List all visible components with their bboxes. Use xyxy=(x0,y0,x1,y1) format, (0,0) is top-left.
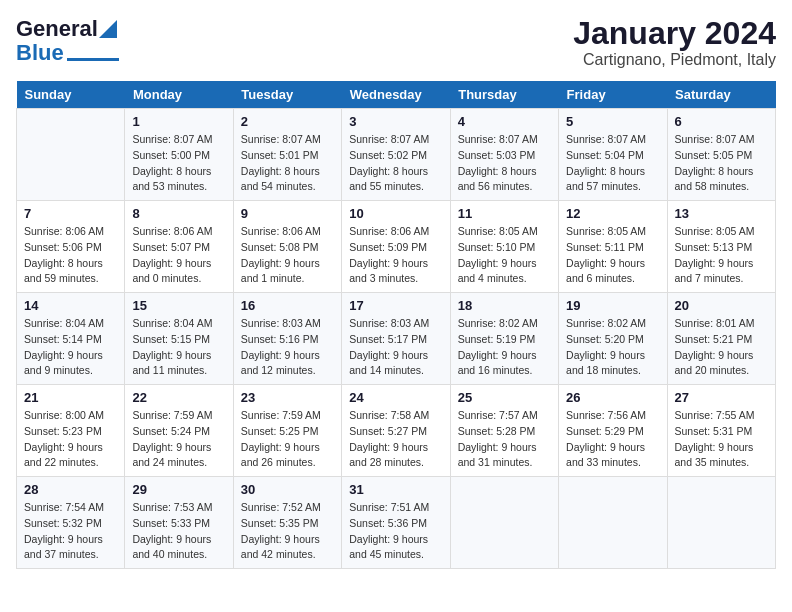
day-info-line: Sunset: 5:02 PM xyxy=(349,148,442,164)
day-info-line: Daylight: 9 hours xyxy=(24,348,117,364)
day-info-line: Sunset: 5:24 PM xyxy=(132,424,225,440)
day-info: Sunrise: 7:51 AMSunset: 5:36 PMDaylight:… xyxy=(349,500,442,563)
page-title: January 2024 xyxy=(573,16,776,51)
day-info-line: Daylight: 8 hours xyxy=(566,164,659,180)
day-info: Sunrise: 7:58 AMSunset: 5:27 PMDaylight:… xyxy=(349,408,442,471)
day-info-line: and 37 minutes. xyxy=(24,547,117,563)
day-info-line: Sunset: 5:03 PM xyxy=(458,148,551,164)
day-info-line: Daylight: 9 hours xyxy=(241,256,334,272)
day-info-line: Sunset: 5:28 PM xyxy=(458,424,551,440)
calendar-cell: 12Sunrise: 8:05 AMSunset: 5:11 PMDayligh… xyxy=(559,201,667,293)
day-info-line: Sunrise: 8:07 AM xyxy=(675,132,768,148)
day-number: 16 xyxy=(241,298,334,313)
day-info-line: Sunrise: 7:59 AM xyxy=(241,408,334,424)
day-info-line: Sunrise: 7:58 AM xyxy=(349,408,442,424)
day-info-line: and 6 minutes. xyxy=(566,271,659,287)
day-number: 13 xyxy=(675,206,768,221)
day-info-line: Sunrise: 7:56 AM xyxy=(566,408,659,424)
day-info-line: and 53 minutes. xyxy=(132,179,225,195)
day-info-line: Sunset: 5:35 PM xyxy=(241,516,334,532)
day-info-line: Sunset: 5:15 PM xyxy=(132,332,225,348)
calendar-cell: 2Sunrise: 8:07 AMSunset: 5:01 PMDaylight… xyxy=(233,109,341,201)
day-info-line: Sunset: 5:14 PM xyxy=(24,332,117,348)
day-info-line: Sunset: 5:27 PM xyxy=(349,424,442,440)
calendar-header: SundayMondayTuesdayWednesdayThursdayFrid… xyxy=(17,81,776,109)
weekday-header-friday: Friday xyxy=(559,81,667,109)
calendar-cell: 26Sunrise: 7:56 AMSunset: 5:29 PMDayligh… xyxy=(559,385,667,477)
day-info: Sunrise: 8:06 AMSunset: 5:06 PMDaylight:… xyxy=(24,224,117,287)
day-info-line: Sunset: 5:06 PM xyxy=(24,240,117,256)
day-info: Sunrise: 8:05 AMSunset: 5:10 PMDaylight:… xyxy=(458,224,551,287)
day-info-line: Daylight: 9 hours xyxy=(566,348,659,364)
day-info-line: Daylight: 9 hours xyxy=(458,348,551,364)
day-info: Sunrise: 8:07 AMSunset: 5:03 PMDaylight:… xyxy=(458,132,551,195)
day-number: 15 xyxy=(132,298,225,313)
day-info-line: Sunset: 5:36 PM xyxy=(349,516,442,532)
day-info-line: and 24 minutes. xyxy=(132,455,225,471)
day-info: Sunrise: 8:07 AMSunset: 5:02 PMDaylight:… xyxy=(349,132,442,195)
day-info-line: Sunrise: 8:07 AM xyxy=(458,132,551,148)
day-info-line: Sunset: 5:19 PM xyxy=(458,332,551,348)
day-number: 25 xyxy=(458,390,551,405)
day-info-line: Sunset: 5:20 PM xyxy=(566,332,659,348)
day-info-line: Sunrise: 8:06 AM xyxy=(132,224,225,240)
day-info: Sunrise: 8:00 AMSunset: 5:23 PMDaylight:… xyxy=(24,408,117,471)
day-number: 5 xyxy=(566,114,659,129)
day-info-line: Sunrise: 7:53 AM xyxy=(132,500,225,516)
logo: General Blue xyxy=(16,16,119,66)
day-info-line: and 58 minutes. xyxy=(675,179,768,195)
day-info-line: Sunrise: 8:07 AM xyxy=(241,132,334,148)
calendar-week-2: 7Sunrise: 8:06 AMSunset: 5:06 PMDaylight… xyxy=(17,201,776,293)
day-info: Sunrise: 8:03 AMSunset: 5:16 PMDaylight:… xyxy=(241,316,334,379)
day-info-line: Daylight: 8 hours xyxy=(675,164,768,180)
day-number: 1 xyxy=(132,114,225,129)
day-info-line: and 45 minutes. xyxy=(349,547,442,563)
calendar-cell: 7Sunrise: 8:06 AMSunset: 5:06 PMDaylight… xyxy=(17,201,125,293)
day-info-line: Daylight: 9 hours xyxy=(566,440,659,456)
day-info-line: Sunset: 5:33 PM xyxy=(132,516,225,532)
day-info: Sunrise: 8:04 AMSunset: 5:15 PMDaylight:… xyxy=(132,316,225,379)
day-info-line: and 11 minutes. xyxy=(132,363,225,379)
day-info-line: Sunrise: 8:07 AM xyxy=(566,132,659,148)
day-info-line: Sunrise: 8:06 AM xyxy=(349,224,442,240)
day-info-line: and 16 minutes. xyxy=(458,363,551,379)
day-info-line: Sunset: 5:04 PM xyxy=(566,148,659,164)
calendar-cell: 31Sunrise: 7:51 AMSunset: 5:36 PMDayligh… xyxy=(342,477,450,569)
day-info-line: and 26 minutes. xyxy=(241,455,334,471)
day-info-line: Daylight: 9 hours xyxy=(675,440,768,456)
day-number: 24 xyxy=(349,390,442,405)
day-info-line: Daylight: 9 hours xyxy=(675,348,768,364)
day-number: 28 xyxy=(24,482,117,497)
day-info-line: Daylight: 9 hours xyxy=(675,256,768,272)
day-info-line: Sunset: 5:25 PM xyxy=(241,424,334,440)
day-info-line: Sunrise: 8:01 AM xyxy=(675,316,768,332)
calendar-cell: 24Sunrise: 7:58 AMSunset: 5:27 PMDayligh… xyxy=(342,385,450,477)
day-info: Sunrise: 8:04 AMSunset: 5:14 PMDaylight:… xyxy=(24,316,117,379)
day-number: 21 xyxy=(24,390,117,405)
day-number: 22 xyxy=(132,390,225,405)
day-info-line: Daylight: 8 hours xyxy=(241,164,334,180)
day-info-line: Sunrise: 7:52 AM xyxy=(241,500,334,516)
calendar-cell: 1Sunrise: 8:07 AMSunset: 5:00 PMDaylight… xyxy=(125,109,233,201)
day-number: 12 xyxy=(566,206,659,221)
day-info-line: Sunrise: 8:04 AM xyxy=(132,316,225,332)
calendar-cell: 17Sunrise: 8:03 AMSunset: 5:17 PMDayligh… xyxy=(342,293,450,385)
calendar-cell: 11Sunrise: 8:05 AMSunset: 5:10 PMDayligh… xyxy=(450,201,558,293)
day-info-line: and 3 minutes. xyxy=(349,271,442,287)
svg-marker-0 xyxy=(99,20,117,38)
day-number: 18 xyxy=(458,298,551,313)
day-info-line: Sunrise: 8:03 AM xyxy=(241,316,334,332)
day-info-line: Daylight: 8 hours xyxy=(349,164,442,180)
calendar-cell: 30Sunrise: 7:52 AMSunset: 5:35 PMDayligh… xyxy=(233,477,341,569)
day-info-line: and 18 minutes. xyxy=(566,363,659,379)
calendar-week-4: 21Sunrise: 8:00 AMSunset: 5:23 PMDayligh… xyxy=(17,385,776,477)
day-number: 31 xyxy=(349,482,442,497)
logo-container: General xyxy=(16,16,119,42)
calendar-cell: 3Sunrise: 8:07 AMSunset: 5:02 PMDaylight… xyxy=(342,109,450,201)
calendar-cell: 22Sunrise: 7:59 AMSunset: 5:24 PMDayligh… xyxy=(125,385,233,477)
day-info: Sunrise: 8:03 AMSunset: 5:17 PMDaylight:… xyxy=(349,316,442,379)
day-info-line: Sunrise: 7:55 AM xyxy=(675,408,768,424)
calendar-cell: 29Sunrise: 7:53 AMSunset: 5:33 PMDayligh… xyxy=(125,477,233,569)
day-number: 9 xyxy=(241,206,334,221)
calendar-cell: 27Sunrise: 7:55 AMSunset: 5:31 PMDayligh… xyxy=(667,385,775,477)
